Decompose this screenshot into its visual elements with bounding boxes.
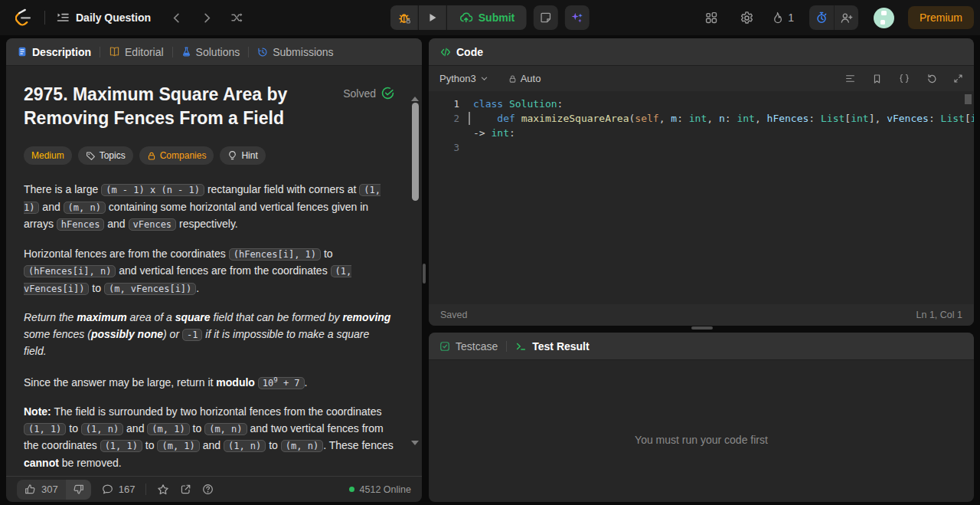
comments-button[interactable]: 167	[102, 484, 136, 495]
run-button[interactable]	[419, 5, 446, 30]
settings-gear-icon[interactable]	[737, 8, 756, 28]
tab-testcase[interactable]: Testcase	[439, 340, 498, 353]
apps-grid-button[interactable]	[701, 8, 721, 28]
description-content: 2975. Maximum Square Area by Removing Fe…	[6, 66, 422, 476]
navbar-divider	[44, 11, 45, 25]
problem-list-label: Daily Question	[76, 11, 151, 24]
description-panel: Description Editorial	[6, 38, 422, 502]
statement-paragraph: Return the maximum area of a square fiel…	[24, 310, 394, 360]
language-label: Python3	[439, 73, 476, 84]
hint-badge[interactable]: Hint	[220, 146, 265, 165]
problem-list-button[interactable]: Daily Question	[56, 11, 151, 25]
book-icon	[109, 46, 120, 57]
leetcode-logo[interactable]	[14, 8, 34, 28]
debugger-button[interactable]	[390, 5, 418, 30]
online-dot	[349, 487, 354, 492]
badge-row: Medium Topics	[24, 146, 394, 165]
history-icon	[257, 47, 268, 57]
vertical-resize-handle[interactable]	[423, 264, 426, 284]
flame-icon	[772, 11, 783, 25]
description-footer: 307 167	[6, 476, 422, 502]
hint-label: Hint	[241, 150, 257, 161]
lock-icon	[147, 151, 156, 161]
tab-label: Test Result	[532, 340, 589, 353]
add-collaborator-button[interactable]	[834, 5, 858, 30]
cursor-position: Ln 1, Col 1	[916, 310, 962, 320]
comment-count: 167	[119, 484, 136, 495]
scrollbar-thumb[interactable]	[412, 103, 419, 201]
solved-label: Solved	[343, 87, 376, 100]
problem-list-icon	[56, 11, 70, 25]
fullscreen-icon[interactable]	[953, 74, 963, 84]
submit-button[interactable]: Submit	[447, 5, 527, 30]
comment-icon	[102, 484, 113, 495]
scrollbar-down-arrow[interactable]	[411, 441, 419, 445]
tab-label: Editorial	[125, 46, 164, 58]
terminal-icon	[515, 341, 527, 352]
random-question-button[interactable]	[227, 8, 247, 28]
code-text: def maximizeSquareArea(self, m: int, n: …	[459, 111, 974, 126]
vote-group: 307	[17, 480, 91, 500]
online-label: 4512 Online	[360, 484, 411, 495]
prev-question-button[interactable]	[166, 8, 186, 28]
code-line-wrap: -> int:	[429, 126, 974, 140]
editor-scrollbar-thumb[interactable]	[965, 94, 972, 104]
language-selector[interactable]: Python3	[439, 73, 488, 84]
problem-statement: There is a large (m - 1) x (n - 1) recta…	[24, 182, 394, 471]
online-count: 4512 Online	[349, 484, 411, 495]
timer-button[interactable]	[809, 5, 834, 30]
reset-code-icon[interactable]	[926, 74, 937, 84]
notes-button[interactable]	[534, 5, 558, 30]
next-question-button[interactable]	[197, 8, 217, 28]
tab-solutions[interactable]: Solutions	[181, 46, 240, 58]
streak-counter[interactable]: 1	[772, 11, 794, 25]
avatar-pattern	[880, 20, 885, 25]
line-number: 1	[429, 97, 459, 111]
tab-separator	[248, 47, 249, 57]
test-tabstrip: Testcase Test Result	[429, 333, 974, 360]
test-result-body: You must run your code first	[429, 360, 974, 502]
horizontal-resize-handle[interactable]	[691, 326, 713, 330]
format-code-icon[interactable]	[844, 74, 856, 84]
tab-editorial[interactable]: Editorial	[109, 46, 164, 58]
code-panel: Code Python3 Auto	[429, 38, 974, 326]
ai-assistant-button[interactable]	[565, 5, 590, 30]
autocomplete-toggle[interactable]: Auto	[508, 73, 541, 84]
tab-label: Solutions	[196, 46, 240, 58]
statement-paragraph: Since the answer may be large, return it…	[24, 372, 394, 392]
code-editor[interactable]: 1 class Solution: 2 def maximizeSquareAr…	[429, 91, 974, 304]
line-number: 3	[429, 140, 459, 155]
code-text: class Solution:	[459, 97, 563, 111]
feedback-button[interactable]	[202, 484, 214, 495]
topics-badge[interactable]: Topics	[78, 146, 133, 165]
tab-description[interactable]: Description	[17, 46, 91, 58]
user-avatar[interactable]	[874, 8, 894, 28]
tab-test-result[interactable]: Test Result	[515, 340, 589, 353]
editor-statusbar: Saved Ln 1, Col 1	[429, 304, 974, 326]
code-text: -> int:	[459, 126, 515, 140]
code-line: 3	[429, 140, 974, 155]
problem-title: 2975. Maximum Square Area by Removing Fe…	[24, 83, 311, 130]
bookmark-icon[interactable]	[872, 74, 882, 84]
premium-button[interactable]: Premium	[908, 6, 974, 29]
premium-label: Premium	[920, 11, 962, 24]
code-tabstrip: Code	[429, 38, 974, 66]
like-button[interactable]: 307	[17, 480, 66, 500]
shortcuts-braces-icon[interactable]	[898, 74, 910, 84]
difficulty-badge[interactable]: Medium	[24, 146, 72, 165]
line-number	[429, 126, 459, 140]
companies-badge[interactable]: Companies	[139, 146, 214, 165]
submit-label: Submit	[479, 11, 514, 24]
dislike-button[interactable]	[66, 480, 91, 500]
share-button[interactable]	[180, 484, 191, 495]
check-circle-icon	[381, 87, 394, 100]
document-icon	[17, 46, 28, 57]
code-brackets-icon	[439, 47, 452, 57]
tab-code[interactable]: Code	[439, 46, 483, 58]
tab-submissions[interactable]: Submissions	[257, 46, 333, 58]
favorite-button[interactable]	[157, 484, 169, 496]
tab-label: Submissions	[273, 46, 333, 58]
description-tabstrip: Description Editorial	[6, 38, 422, 66]
scrollbar-up-arrow[interactable]	[411, 97, 419, 101]
code-line: 1 class Solution:	[429, 97, 974, 111]
